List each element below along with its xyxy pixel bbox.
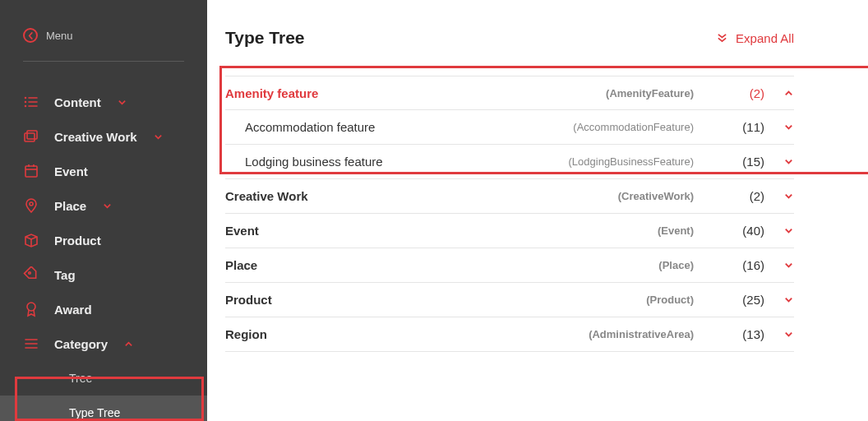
sidebar-label-product: Product [54, 234, 101, 248]
tree-name: Product [225, 293, 646, 307]
tree-type: (Event) [658, 224, 694, 237]
sidebar-sub-label-type-tree: Type Tree [69, 406, 120, 419]
tree-count: (16) [725, 258, 764, 272]
tree-row-place[interactable]: Place (Place) (16) [225, 248, 794, 283]
sidebar-item-place[interactable]: Place [0, 188, 207, 223]
sidebar-item-creative-work[interactable]: Creative Work [0, 119, 207, 154]
sidebar-item-award[interactable]: Award [0, 292, 207, 326]
tree-row-creative-work[interactable]: Creative Work (CreativeWork) (2) [225, 179, 794, 214]
svg-point-12 [30, 202, 33, 206]
tree-type: (AmenityFeature) [606, 87, 694, 99]
chevron-down-icon [783, 260, 794, 271]
menu-label: Menu [46, 30, 73, 42]
svg-point-15 [27, 303, 35, 311]
sidebar-item-content[interactable]: Content [0, 85, 207, 119]
empty-icon [38, 370, 54, 386]
sidebar-label-place: Place [54, 199, 86, 213]
images-icon [23, 128, 39, 145]
empty-icon [38, 405, 54, 421]
tree-type: (AccommodationFeature) [573, 121, 694, 133]
tree-type: (LodgingBusinessFeature) [569, 155, 694, 168]
sidebar-sub-tree[interactable]: Tree [0, 361, 207, 396]
sidebar-label-category: Category [54, 337, 108, 351]
sidebar-item-category[interactable]: Category [0, 326, 207, 361]
svg-point-0 [25, 98, 26, 99]
tree-count: (2) [725, 189, 764, 203]
tree-name: Place [225, 258, 658, 272]
list-icon [23, 94, 39, 110]
calendar-icon [23, 163, 39, 179]
tree-count: (13) [725, 327, 764, 341]
sidebar-item-event[interactable]: Event [0, 154, 207, 188]
tree-row-product[interactable]: Product (Product) (25) [225, 283, 794, 317]
chevron-down-icon [103, 199, 112, 213]
collapse-icon [23, 28, 38, 43]
tree-row-accommodation-feature[interactable]: Accommodation feature (AccommodationFeat… [225, 110, 794, 145]
sidebar-sub-label-tree: Tree [69, 372, 92, 385]
tree-type: (CreativeWork) [618, 190, 694, 202]
tree-type: (AdministrativeArea) [589, 328, 694, 340]
tree-type: (Place) [658, 259, 694, 271]
sidebar-sub-type-tree[interactable]: Type Tree [0, 396, 207, 421]
sidebar: Menu Content Creative Work [0, 0, 207, 421]
tree-name: Amenity feature [225, 86, 606, 100]
award-icon [23, 301, 39, 317]
chevron-down-icon [783, 294, 794, 305]
svg-point-14 [29, 272, 31, 275]
svg-point-2 [25, 102, 26, 103]
menu-collapse-button[interactable]: Menu [0, 28, 207, 61]
tree-row-event[interactable]: Event (Event) (40) [225, 214, 794, 248]
tree-name: Accommodation feature [245, 120, 573, 134]
tree-name: Event [225, 224, 658, 238]
expand-all-button[interactable]: Expand All [717, 31, 794, 45]
sidebar-label-event: Event [54, 164, 88, 178]
chevron-down-icon [783, 225, 794, 236]
tree-count: (2) [725, 86, 764, 100]
chevron-down-icon [783, 156, 794, 167]
page-title: Type Tree [225, 28, 305, 48]
tree-name: Lodging business feature [245, 155, 569, 169]
chevron-up-icon [783, 88, 794, 99]
tree-count: (15) [725, 155, 764, 169]
chevron-down-icon [783, 122, 794, 132]
tree-row-lodging-business-feature[interactable]: Lodging business feature (LodgingBusines… [225, 145, 794, 179]
main-content: Type Tree Expand All Amenity feature (Am… [207, 0, 868, 421]
tree-count: (25) [725, 293, 764, 307]
tree-count: (40) [725, 224, 764, 238]
svg-rect-8 [25, 166, 37, 177]
svg-rect-6 [27, 131, 37, 139]
menu-divider [23, 61, 184, 62]
sidebar-label-award: Award [54, 303, 92, 317]
tree-count: (11) [725, 120, 764, 134]
sidebar-item-tag[interactable]: Tag [0, 257, 207, 292]
expand-all-icon [717, 31, 727, 45]
chevron-down-icon [783, 329, 794, 340]
sidebar-label-creative-work: Creative Work [54, 130, 137, 144]
svg-rect-7 [25, 133, 35, 141]
chevron-up-icon [124, 337, 133, 351]
svg-point-4 [25, 106, 26, 107]
chevron-down-icon [154, 130, 163, 144]
tag-icon [23, 266, 39, 283]
tree-row-region[interactable]: Region (AdministrativeArea) (13) [225, 317, 794, 352]
tree-type: (Product) [646, 294, 694, 306]
tree-name: Region [225, 327, 589, 341]
sidebar-label-tag: Tag [54, 268, 76, 282]
category-icon [23, 335, 39, 352]
pin-icon [23, 197, 39, 214]
sidebar-label-content: Content [54, 95, 101, 109]
tree-name: Creative Work [225, 189, 618, 203]
chevron-down-icon [118, 95, 127, 109]
box-icon [23, 232, 39, 248]
tree-row-amenity-feature[interactable]: Amenity feature (AmenityFeature) (2) [225, 76, 794, 110]
chevron-down-icon [783, 191, 794, 201]
expand-all-label: Expand All [736, 31, 794, 45]
sidebar-item-product[interactable]: Product [0, 223, 207, 257]
